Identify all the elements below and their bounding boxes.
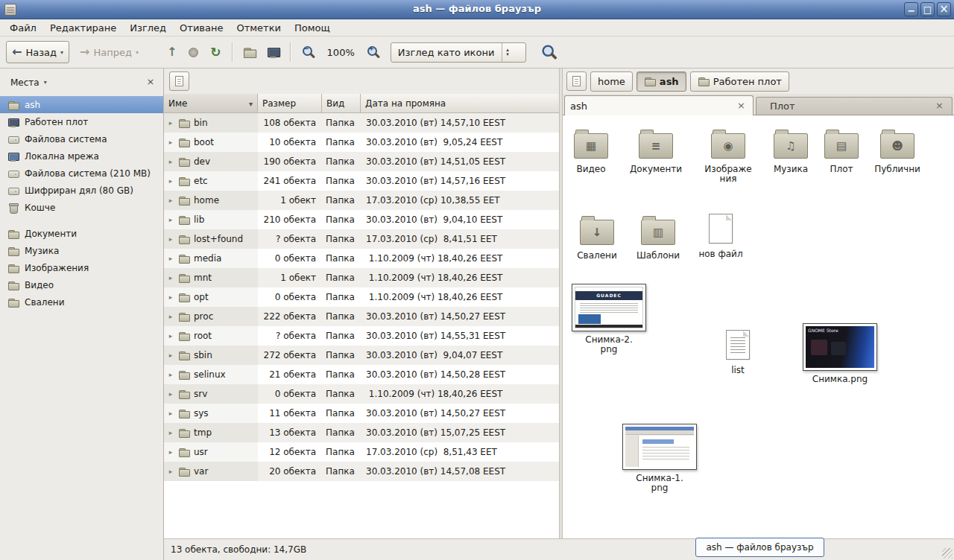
expander-icon[interactable]: [167, 119, 174, 127]
back-history-chevron-icon[interactable]: ▾: [60, 49, 63, 56]
folder-item-public[interactable]: Публични: [868, 129, 926, 174]
expander-icon[interactable]: [167, 468, 174, 475]
resize-grip[interactable]: [942, 548, 953, 559]
sidebar-item[interactable]: Кошче: [0, 199, 163, 216]
expander-icon[interactable]: [167, 255, 174, 262]
folder-item-video[interactable]: Видео: [564, 129, 618, 174]
minimize-button[interactable]: [904, 2, 918, 16]
file-item-new-file[interactable]: нов файл: [692, 214, 749, 259]
view-mode-combobox[interactable]: Изглед като икони: [391, 42, 526, 63]
file-row[interactable]: mnt 1 обект Папка 1.10.2009 (чт) 18,40,2…: [164, 268, 559, 287]
file-item-snimka-2[interactable]: GUADEC Снимка-2.png: [569, 284, 649, 354]
back-button[interactable]: ← Назад ▾: [6, 41, 69, 63]
expander-icon[interactable]: [167, 139, 174, 146]
file-row[interactable]: dev 190 обекта Папка 30.03.2010 (вт) 14,…: [164, 152, 559, 171]
sidebar-item[interactable]: Файлова система: [0, 130, 163, 147]
expander-icon[interactable]: [167, 274, 174, 281]
file-row[interactable]: lib 210 обекта Папка 30.03.2010 (вт) 9,0…: [164, 210, 559, 229]
expander-icon[interactable]: [167, 313, 174, 320]
tab-ash[interactable]: ash: [564, 95, 754, 115]
folder-item-documents[interactable]: Документи: [625, 129, 686, 174]
sidebar-item[interactable]: ash: [0, 96, 163, 113]
sidebar-bookmark-item[interactable]: Видео: [0, 276, 163, 293]
folder-item-desktop[interactable]: Плот: [818, 129, 865, 174]
file-row[interactable]: media 0 обекта Папка 1.10.2009 (чт) 18,4…: [164, 249, 559, 268]
sidebar-close-button[interactable]: [144, 76, 157, 89]
sidebar-item[interactable]: Шифриран дял (80 GB): [0, 182, 163, 199]
sidebar-bookmark-item[interactable]: Музика: [0, 242, 163, 259]
column-header-type[interactable]: Вид: [322, 94, 361, 113]
column-header-name[interactable]: Име: [164, 94, 258, 113]
menu-item[interactable]: Файл: [3, 20, 43, 36]
sidebar-pane-selector[interactable]: Места ▾: [6, 74, 51, 91]
file-item-snimka[interactable]: GNOME Store Снимка.png: [800, 323, 880, 384]
file-row[interactable]: tmp 13 обекта Папка 30.03.2010 (вт) 15,0…: [164, 423, 559, 442]
file-item-list[interactable]: list: [713, 330, 763, 375]
sidebar-bookmark-item[interactable]: Изображения: [0, 259, 163, 276]
sidebar-bookmark-item[interactable]: Документи: [0, 225, 163, 242]
folder-item-downloads[interactable]: Свалени: [570, 215, 624, 261]
expander-icon[interactable]: [167, 429, 174, 436]
close-button[interactable]: [937, 2, 951, 16]
sidebar-bookmark-item[interactable]: Свалени: [0, 293, 163, 311]
sidebar-item[interactable]: Файлова система (210 MB): [0, 165, 163, 182]
folder-item-images[interactable]: Изображения: [700, 129, 756, 184]
file-row[interactable]: sys 11 обекта Папка 30.03.2010 (вт) 14,5…: [164, 404, 559, 423]
file-row[interactable]: lost+found ? обекта Папка 17.03.2010 (ср…: [164, 229, 559, 249]
up-button[interactable]: ↑: [161, 41, 183, 63]
expander-icon[interactable]: [167, 371, 174, 378]
file-row[interactable]: home 1 обект Папка 17.03.2010 (ср) 10,38…: [164, 191, 559, 210]
file-row[interactable]: bin 108 обекта Папка 30.03.2010 (вт) 14,…: [164, 113, 559, 133]
forward-button[interactable]: → Напред ▾: [74, 41, 145, 63]
expander-icon[interactable]: [167, 351, 174, 359]
expander-icon[interactable]: [167, 390, 174, 398]
breadcrumb-button[interactable]: Работен плот: [690, 71, 789, 92]
tab-desktop[interactable]: Плот: [756, 97, 953, 115]
expander-icon[interactable]: [167, 158, 174, 165]
expander-icon[interactable]: [167, 235, 174, 243]
zoom-out-button[interactable]: −: [296, 41, 321, 63]
menu-item[interactable]: Изглед: [123, 20, 173, 36]
toggle-location-entry-button[interactable]: [169, 71, 189, 91]
file-row[interactable]: selinux 21 обекта Папка 30.03.2010 (вт) …: [164, 365, 559, 384]
breadcrumb-button[interactable]: ash: [636, 71, 686, 92]
tab-close-icon[interactable]: [735, 100, 748, 112]
expander-icon[interactable]: [167, 293, 174, 301]
tab-close-icon[interactable]: [933, 100, 946, 112]
file-row[interactable]: opt 0 обекта Папка 1.10.2009 (чт) 18,40,…: [164, 287, 559, 307]
file-row[interactable]: etc 241 обекта Папка 30.03.2010 (вт) 14,…: [164, 171, 559, 191]
file-item-snimka-1[interactable]: Снимка-1.png: [619, 424, 700, 493]
stop-button[interactable]: [183, 41, 204, 63]
home-button[interactable]: [238, 41, 262, 63]
menu-item[interactable]: Отиване: [173, 20, 230, 36]
menu-item[interactable]: Отметки: [230, 20, 287, 36]
computer-button[interactable]: [262, 41, 285, 63]
file-row[interactable]: var 20 обекта Папка 30.03.2010 (вт) 14,5…: [164, 462, 559, 481]
file-row[interactable]: usr 12 обекта Папка 17.03.2010 (ср) 8,51…: [164, 442, 559, 462]
reload-button[interactable]: ↻: [204, 41, 227, 63]
breadcrumb-button[interactable]: home: [590, 71, 633, 92]
zoom-in-button[interactable]: +: [361, 41, 386, 63]
menu-item[interactable]: Помощ: [288, 20, 337, 36]
expander-icon[interactable]: [167, 197, 174, 204]
expander-icon[interactable]: [167, 410, 174, 417]
expander-icon[interactable]: [167, 216, 174, 223]
sidebar-item[interactable]: Работен плот: [0, 113, 163, 130]
file-row[interactable]: proc 222 обекта Папка 30.03.2010 (вт) 14…: [164, 307, 559, 326]
file-row[interactable]: srv 0 обекта Папка 1.10.2009 (чт) 18,40,…: [164, 384, 559, 404]
column-header-modified[interactable]: Дата на промяна: [361, 94, 559, 113]
file-row[interactable]: root ? обекта Папка 30.03.2010 (вт) 14,5…: [164, 326, 559, 346]
expander-icon[interactable]: [167, 332, 174, 340]
expander-icon[interactable]: [167, 448, 174, 456]
expander-icon[interactable]: [167, 177, 174, 185]
folder-item-music[interactable]: Музика: [764, 129, 818, 174]
toggle-location-entry-button[interactable]: [566, 71, 587, 91]
maximize-button[interactable]: [920, 2, 935, 16]
menu-item[interactable]: Редактиране: [43, 20, 123, 36]
search-button[interactable]: [537, 41, 562, 63]
file-row[interactable]: sbin 272 обекта Папка 30.03.2010 (вт) 9,…: [164, 346, 559, 365]
file-row[interactable]: boot 10 обекта Папка 30.03.2010 (вт) 9,0…: [164, 133, 559, 152]
column-header-size[interactable]: Размер: [258, 94, 322, 113]
sidebar-item[interactable]: Локална мрежа: [0, 147, 163, 165]
folder-item-templates[interactable]: Шаблони: [630, 215, 686, 261]
